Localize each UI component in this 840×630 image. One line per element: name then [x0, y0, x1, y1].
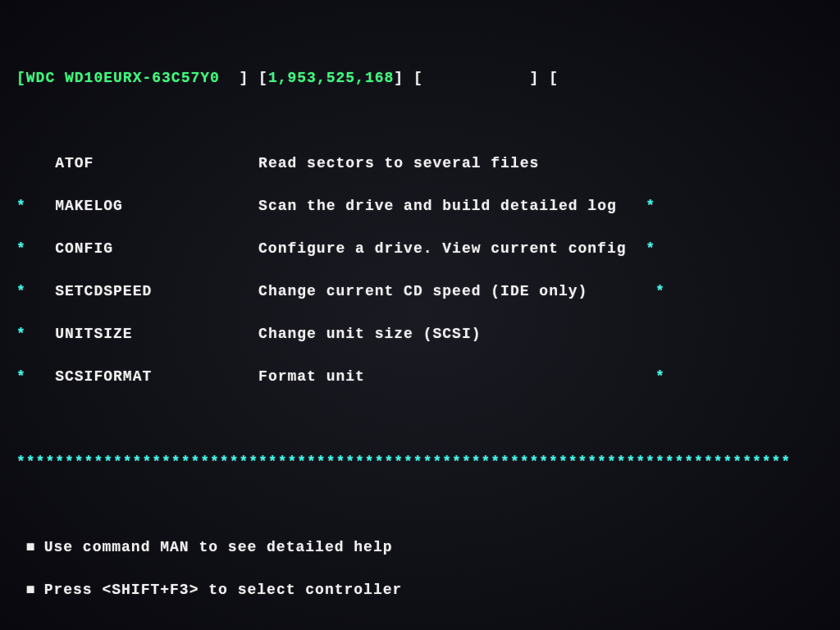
drive-model: WDC WD10EURX-63C57Y0 [26, 70, 220, 86]
cmd-setcdspeed: * SETCDSPEED Change current CD speed (ID… [16, 281, 835, 302]
cmd-config: * CONFIG Configure a drive. View current… [16, 238, 835, 259]
shift-f3-key: <SHIFT+F3> [102, 582, 199, 598]
cmd-scsiformat: * SCSIFORMAT Format unit * [16, 366, 835, 387]
terminal-screen: [WDC WD10EURX-63C57Y0 ] [1,953,525,168] … [0, 0, 840, 630]
help-shift-f3: Press <SHIFT+F3> to select controller [16, 579, 835, 600]
cmd-atof: ATOF Read sectors to several files [16, 153, 835, 174]
cmd-unitsize: * UNITSIZE Change unit size (SCSI) [16, 323, 835, 345]
help-man: Use command MAN to see detailed help [16, 536, 835, 558]
drive-header: [WDC WD10EURX-63C57Y0 ] [1,953,525,168] … [16, 67, 835, 89]
star-divider: ****************************************… [16, 451, 835, 472]
cmd-name: ATOF [55, 155, 94, 171]
man-keyword: MAN [160, 539, 189, 555]
cmd-makelog: * MAKELOG Scan the drive and build detai… [16, 195, 835, 217]
drive-lba: 1,953,525,168 [268, 70, 394, 86]
cmd-desc: Read sectors to several files [258, 155, 539, 171]
